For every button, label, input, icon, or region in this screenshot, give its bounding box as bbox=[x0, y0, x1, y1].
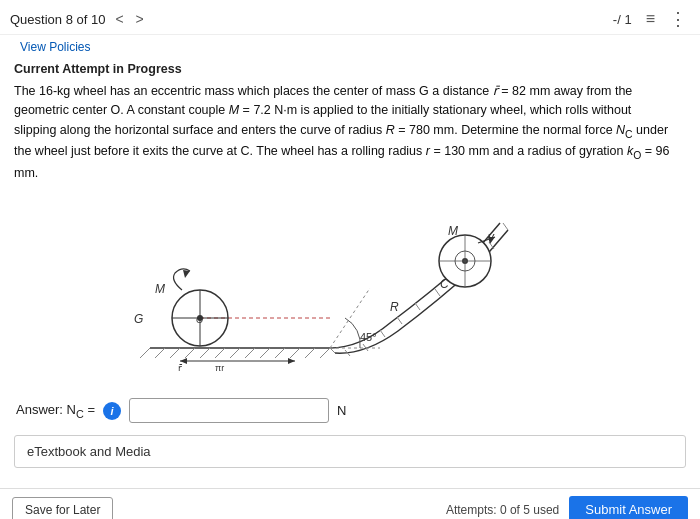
bottom-bar: Save for Later Attempts: 0 of 5 used Sub… bbox=[0, 488, 700, 519]
svg-line-2 bbox=[155, 348, 165, 358]
svg-marker-33 bbox=[183, 270, 190, 278]
save-later-button[interactable]: Save for Later bbox=[12, 497, 113, 519]
info-icon[interactable]: i bbox=[103, 402, 121, 420]
attempt-label: Current Attempt in Progress bbox=[14, 62, 686, 76]
list-icon[interactable]: ≡ bbox=[646, 10, 655, 28]
diagram-container: G O M r̄ πr 45° R bbox=[14, 193, 686, 388]
svg-line-11 bbox=[290, 348, 300, 358]
svg-line-17 bbox=[380, 330, 385, 337]
question-label: Question 8 of 10 bbox=[10, 12, 105, 27]
svg-text:45°: 45° bbox=[360, 331, 377, 343]
answer-row: Answer: NC = i N bbox=[14, 398, 686, 423]
svg-text:C: C bbox=[440, 277, 449, 291]
svg-line-24 bbox=[503, 223, 508, 230]
svg-text:M: M bbox=[448, 224, 458, 238]
svg-text:O: O bbox=[196, 315, 203, 325]
content-area: Current Attempt in Progress The 16-kg wh… bbox=[0, 56, 700, 484]
svg-text:r̄: r̄ bbox=[178, 363, 183, 373]
svg-text:πr: πr bbox=[215, 363, 224, 373]
svg-line-18 bbox=[397, 317, 402, 324]
svg-marker-37 bbox=[288, 358, 295, 364]
svg-text:M: M bbox=[155, 282, 165, 296]
attempts-text: Attempts: 0 of 5 used bbox=[446, 503, 559, 517]
nav-forward-button[interactable]: > bbox=[134, 11, 146, 27]
svg-text:G: G bbox=[134, 312, 143, 326]
svg-line-8 bbox=[245, 348, 255, 358]
answer-label: Answer: NC = bbox=[16, 402, 95, 420]
top-bar-left: Question 8 of 10 < > bbox=[10, 11, 146, 27]
svg-line-19 bbox=[415, 303, 420, 310]
answer-input[interactable] bbox=[129, 398, 329, 423]
top-bar-right: -/ 1 ≡ ⋮ bbox=[613, 8, 688, 30]
svg-line-5 bbox=[200, 348, 210, 358]
problem-text: The 16-kg wheel has an eccentric mass wh… bbox=[14, 82, 674, 183]
svg-line-9 bbox=[260, 348, 270, 358]
etextbook-section[interactable]: eTextbook and Media bbox=[14, 435, 686, 468]
problem-diagram: G O M r̄ πr 45° R bbox=[120, 193, 580, 388]
svg-line-7 bbox=[230, 348, 240, 358]
svg-line-6 bbox=[215, 348, 225, 358]
svg-line-13 bbox=[320, 348, 330, 358]
svg-line-3 bbox=[170, 348, 180, 358]
submit-answer-button[interactable]: Submit Answer bbox=[569, 496, 688, 519]
view-policies-link[interactable]: View Policies bbox=[10, 36, 100, 58]
attempts-area: Attempts: 0 of 5 used Submit Answer bbox=[446, 496, 688, 519]
svg-line-10 bbox=[275, 348, 285, 358]
score-display: -/ 1 bbox=[613, 12, 632, 27]
svg-line-1 bbox=[140, 348, 150, 358]
top-bar: Question 8 of 10 < > -/ 1 ≡ ⋮ bbox=[0, 0, 700, 35]
svg-line-14 bbox=[330, 348, 335, 353]
answer-unit: N bbox=[337, 403, 346, 418]
svg-line-12 bbox=[305, 348, 315, 358]
svg-text:R: R bbox=[390, 300, 399, 314]
nav-back-button[interactable]: < bbox=[113, 11, 125, 27]
more-icon[interactable]: ⋮ bbox=[669, 8, 688, 30]
svg-line-4 bbox=[185, 348, 195, 358]
